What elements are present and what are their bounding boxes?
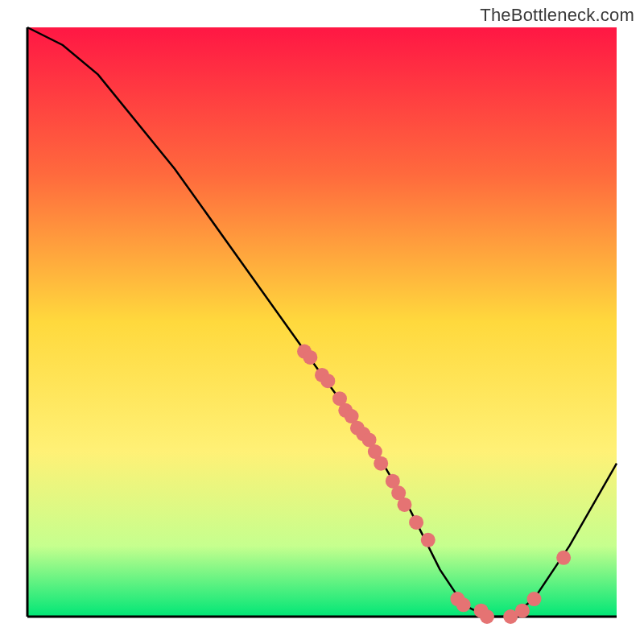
highlight-point [397,497,411,512]
plot-gradient-background [27,27,617,617]
highlight-point [515,604,530,618]
highlight-point [320,374,335,388]
highlight-point [421,533,436,547]
bottleneck-chart [0,0,644,644]
highlight-point [456,597,471,612]
highlight-point [409,515,423,530]
highlight-point [527,592,542,606]
highlight-point [480,609,494,624]
highlight-point [374,456,388,471]
watermark-text: TheBottleneck.com [480,5,634,26]
highlight-point [303,350,317,365]
highlight-point [556,551,571,565]
